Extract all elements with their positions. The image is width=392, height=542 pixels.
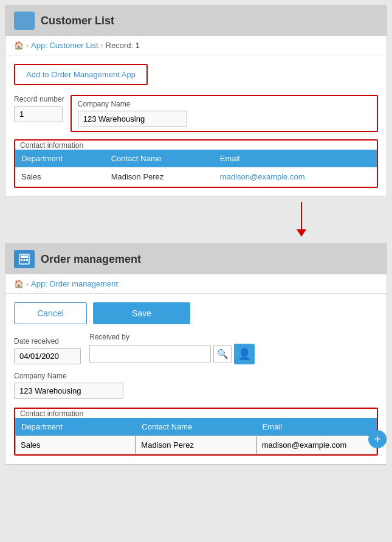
email-input[interactable] — [256, 436, 377, 454]
user-icon-button[interactable]: 👤 — [234, 344, 255, 364]
received-by-input-row: 🔍 👤 — [89, 344, 255, 364]
contact-info-section: Contact information Department Contact N… — [14, 139, 378, 188]
svg-rect-1 — [21, 255, 28, 258]
dept-col-header: Department — [15, 150, 105, 167]
order-management-panel: Order management 🏠 › App: Order manageme… — [5, 243, 387, 465]
record-number-input[interactable] — [14, 106, 63, 122]
dept-input[interactable] — [15, 436, 136, 454]
received-by-label: Received by — [89, 333, 255, 341]
app-crumb[interactable]: App: Customer List — [31, 41, 98, 50]
person-icon: 👤 — [238, 347, 251, 361]
company-name-group: Company Name — [78, 100, 371, 127]
order-contact-name-col-header: Contact Name — [136, 418, 256, 436]
date-received-label: Date received — [14, 337, 81, 346]
order-contact-info-label: Contact information — [15, 406, 88, 420]
contact-name-col-header: Contact Name — [105, 150, 214, 167]
menu-button[interactable] — [14, 12, 35, 30]
contact-name-cell: Madison Perez — [105, 167, 214, 187]
order-home-icon[interactable]: 🏠 — [14, 279, 24, 288]
order-panel-body: Cancel Save Date received Received by 🔍 … — [5, 294, 387, 464]
contact-info-label: Contact information — [15, 137, 88, 152]
order-contact-info-section: Contact information Department Contact N… — [14, 408, 378, 456]
company-name-label: Company Name — [78, 100, 371, 108]
search-button[interactable]: 🔍 — [213, 345, 232, 363]
order-panel-title: Order management — [41, 253, 141, 266]
date-received-input[interactable] — [14, 348, 81, 364]
dept-cell: Sales — [15, 167, 105, 187]
table-row: Sales Madison Perez madison@example.com — [15, 167, 377, 187]
order-panel-header: Order management — [5, 244, 387, 274]
panel-body: Add to Order Management App Record numbe… — [5, 55, 387, 196]
record-number-label: Record number — [14, 95, 64, 103]
order-app-crumb[interactable]: App: Order management — [31, 279, 118, 288]
svg-rect-2 — [21, 259, 22, 261]
add-row-button[interactable]: + — [368, 430, 387, 448]
order-company-name-group: Company Name — [14, 372, 378, 399]
search-icon: 🔍 — [217, 349, 229, 360]
received-by-input[interactable] — [89, 345, 211, 363]
order-email-cell[interactable] — [256, 436, 377, 454]
order-dept-cell[interactable] — [15, 436, 136, 454]
customer-list-panel: Customer List 🏠 › App: Customer List › R… — [5, 5, 387, 197]
action-row: Cancel Save — [14, 302, 378, 324]
add-to-order-button[interactable]: Add to Order Management App — [15, 65, 146, 84]
contact-name-input[interactable] — [136, 436, 256, 454]
calculator-icon — [18, 253, 30, 265]
cancel-button[interactable]: Cancel — [14, 302, 87, 324]
order-table-row — [15, 436, 377, 454]
email-cell[interactable]: madison@example.com — [214, 167, 377, 187]
received-by-group: Received by 🔍 👤 — [89, 333, 255, 364]
record-number-group: Record number — [14, 95, 64, 132]
order-contact-table: Department Contact Name Email — [15, 418, 377, 454]
chevron-icon: › — [26, 41, 29, 50]
order-contact-name-cell[interactable] — [136, 436, 256, 454]
order-app-icon — [14, 250, 35, 268]
record-crumb: Record: 1 — [106, 41, 140, 50]
save-button[interactable]: Save — [93, 302, 190, 324]
order-chevron-icon: › — [26, 280, 29, 288]
form-row: Record number Company Name — [14, 95, 378, 132]
order-company-name-label: Company Name — [14, 372, 378, 380]
order-dept-col-header: Department — [15, 418, 136, 436]
order-breadcrumb: 🏠 › App: Order management — [5, 274, 387, 294]
arrow-head — [297, 229, 306, 237]
contact-table: Department Contact Name Email Sales Madi… — [15, 150, 377, 187]
order-company-name-input[interactable] — [14, 383, 123, 399]
date-received-group: Date received — [14, 337, 81, 364]
panel-header: Customer List — [5, 5, 387, 36]
email-col-header: Email — [214, 150, 377, 167]
breadcrumb: 🏠 › App: Customer List › Record: 1 — [5, 36, 387, 55]
company-name-bordered: Company Name — [70, 95, 378, 132]
company-name-input[interactable] — [78, 111, 187, 127]
received-row: Date received Received by 🔍 👤 — [14, 333, 378, 364]
order-email-col-header: Email — [256, 418, 377, 436]
arrow-container — [5, 202, 387, 238]
svg-rect-3 — [24, 259, 26, 261]
svg-rect-4 — [26, 259, 28, 261]
panel-title: Customer List — [41, 15, 114, 27]
chevron-icon-2: › — [101, 41, 103, 50]
add-btn-container: Add to Order Management App — [14, 64, 148, 85]
home-icon[interactable]: 🏠 — [14, 41, 24, 50]
